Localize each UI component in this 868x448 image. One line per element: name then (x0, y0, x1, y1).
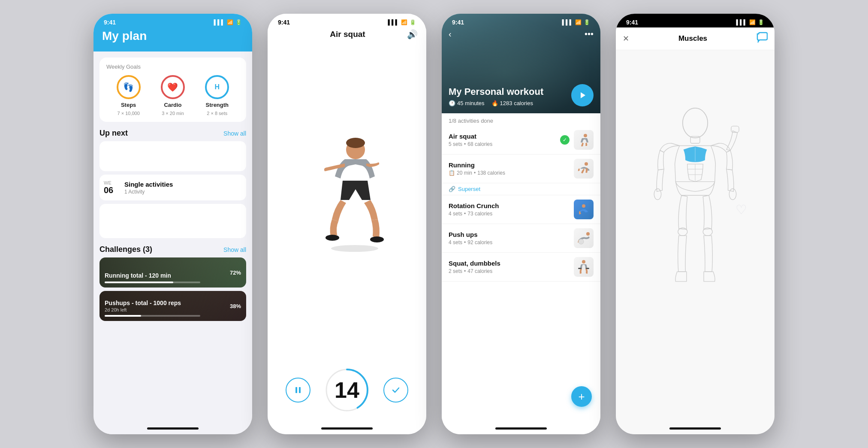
schedule-list: MO 04 Booking 18:00 WE 06 Single a (93, 141, 252, 238)
home-bar-line-3 (495, 427, 547, 430)
activity-row-squat-db[interactable]: Squat, dumbbels 2 sets • 47 calories (442, 253, 600, 282)
schedule-item-single[interactable]: WE 06 Single activities 1 Activity (99, 175, 246, 200)
challenges-header: Challenges (3) Show all (93, 238, 252, 257)
goal-strength[interactable]: H Strength 2 × 8 sets (205, 75, 229, 116)
goal-cardio[interactable]: ❤️ Cardio 3 × 20 min (161, 75, 185, 116)
wifi-icon-1: 📶 (227, 19, 233, 25)
squat-db-thumb (574, 257, 594, 277)
link-icon: 🔗 (449, 186, 455, 192)
screen1-body: Weekly Goals 👣 Steps 7 × 10,000 ❤️ Cardi… (93, 51, 252, 422)
activity-row-crunch[interactable]: Rotation Crunch 4 sets • 73 calories (442, 195, 600, 224)
challenges-show-all[interactable]: Show all (223, 246, 246, 253)
phone-airsquat: 9:41 ▌▌▌ 📶 🔋 Air squat 🔊 (268, 14, 426, 434)
challenge-running[interactable]: Running total - 120 min 72% (99, 257, 246, 288)
single-day: WE 06 (99, 180, 120, 195)
exercise-title-row: Air squat 🔊 (268, 27, 426, 46)
svg-rect-16 (578, 268, 582, 269)
battery-icon-3: 🔋 (584, 19, 590, 25)
home-content: Home workout without material 11 Activit… (133, 210, 246, 233)
challenge-pushups[interactable]: Pushups - total - 1000 reps 2d 20h left … (99, 291, 246, 321)
pushups-dot: • (464, 239, 466, 245)
activity-row-running[interactable]: Running 📋 20 min • 138 calories (442, 154, 600, 183)
status-icons-3: ▌▌▌ 📶 🔋 (562, 19, 590, 25)
svg-point-18 (683, 108, 708, 137)
battery-icon-4: 🔋 (758, 19, 764, 25)
page-title: My plan (102, 29, 244, 43)
cardio-label: Cardio (164, 102, 181, 108)
back-button[interactable]: ‹ (449, 29, 452, 39)
challenge-pushups-bar-wrap (105, 315, 200, 317)
sound-icon[interactable]: 🔊 (407, 29, 418, 39)
strength-icon: H (215, 83, 220, 91)
running-dot: • (474, 170, 476, 176)
crunch-info: Rotation Crunch 4 sets • 73 calories (449, 202, 570, 217)
wifi-icon-3: 📶 (575, 19, 582, 25)
pushups-thumb (574, 228, 594, 248)
airsquat-thumb (574, 130, 594, 150)
goal-steps[interactable]: 👣 Steps 7 × 10,000 (117, 75, 141, 116)
svg-point-10 (584, 134, 587, 137)
home-title: Home workout without material (133, 214, 246, 221)
duration-text: 45 minutes (457, 100, 485, 106)
home-sub: 11 Activities | Day 2/10 (133, 222, 246, 228)
hero-content: My Personal workout 🕐 45 minutes 🔥 1283 … (449, 86, 575, 106)
squat-db-dot: • (464, 268, 466, 274)
signal-icon-2: ▌▌▌ (388, 19, 399, 25)
close-button[interactable]: ✕ (623, 34, 629, 43)
running-calories: 138 calories (477, 170, 505, 176)
crunch-name: Rotation Crunch (449, 202, 570, 209)
booking-day-label: MO (112, 149, 124, 154)
airsquat-sets: 5 sets (449, 141, 462, 147)
crunch-sets: 4 sets (449, 211, 462, 217)
phone-workout: 9:41 ▌▌▌ 📶 🔋 ‹ ••• My Personal workout (442, 14, 600, 434)
booking-title: Booking (133, 149, 246, 157)
status-time-3: 9:41 (452, 19, 464, 26)
favorite-icon[interactable]: ♡ (733, 202, 749, 218)
squat-db-calories: 47 calories (467, 268, 492, 274)
status-time-2: 9:41 (278, 19, 290, 26)
running-time: 20 min (457, 170, 472, 176)
single-sub: 1 Activity (124, 189, 246, 195)
more-button[interactable]: ••• (585, 29, 594, 39)
status-time-4: 9:41 (626, 19, 638, 26)
challenges-list: Running total - 120 min 72% Pushups - to… (93, 257, 252, 321)
airsquat-calories: 68 calories (467, 141, 492, 147)
steps-circle: 👣 (117, 75, 141, 99)
done-badge-airsquat: ✓ (560, 135, 570, 145)
squat-figure-svg (300, 133, 394, 271)
running-name: Running (449, 161, 570, 169)
add-activity-button[interactable]: + (571, 386, 592, 407)
steps-icon: 👣 (123, 82, 134, 92)
single-day-num: 06 (104, 185, 116, 195)
signal-icon-4: ▌▌▌ (736, 19, 747, 25)
signal-icon-3: ▌▌▌ (562, 19, 573, 25)
cardio-circle: ❤️ (161, 75, 185, 99)
activity-row-pushups[interactable]: Push ups 4 sets • 92 calories (442, 224, 600, 253)
schedule-item-booking[interactable]: MO 04 Booking 18:00 (99, 141, 246, 171)
svg-point-11 (585, 162, 588, 166)
check-button[interactable] (383, 378, 408, 403)
single-content: Single activities 1 Activity (124, 176, 246, 199)
timer-display: 14 (323, 366, 371, 414)
status-bar-2: 9:41 ▌▌▌ 📶 🔋 (268, 14, 426, 27)
up-next-show-all[interactable]: Show all (223, 130, 246, 137)
svg-marker-9 (581, 92, 585, 98)
activity-row-airsquat[interactable]: Air squat 5 sets • 68 calories ✓ (442, 126, 600, 154)
challenge-pushups-content: Pushups - total - 1000 reps 2d 20h left (99, 295, 246, 321)
chat-icon[interactable] (756, 32, 768, 45)
status-time-1: 9:41 (104, 19, 116, 26)
strength-circle: H (205, 75, 229, 99)
clock-icon: 🕐 (449, 100, 455, 106)
muscles-body: ♡ (616, 50, 775, 422)
booking-day-num: 04 (112, 154, 124, 164)
progress-label: 1/8 activities done (442, 113, 600, 126)
challenge-pushups-title: Pushups - total - 1000 reps (105, 300, 241, 306)
schedule-item-home[interactable]: FR 08 Home workout without material 11 A… (99, 204, 246, 238)
svg-point-4 (331, 245, 378, 252)
cardio-icon: ❤️ (167, 82, 178, 92)
pause-button[interactable] (286, 378, 310, 403)
home-day: FR 08 (108, 214, 129, 229)
play-button[interactable] (571, 84, 594, 106)
screens-container: 9:41 ▌▌▌ 📶 🔋 My plan Weekly Goals 👣 Step… (0, 0, 868, 448)
pushups-name: Push ups (449, 231, 570, 238)
